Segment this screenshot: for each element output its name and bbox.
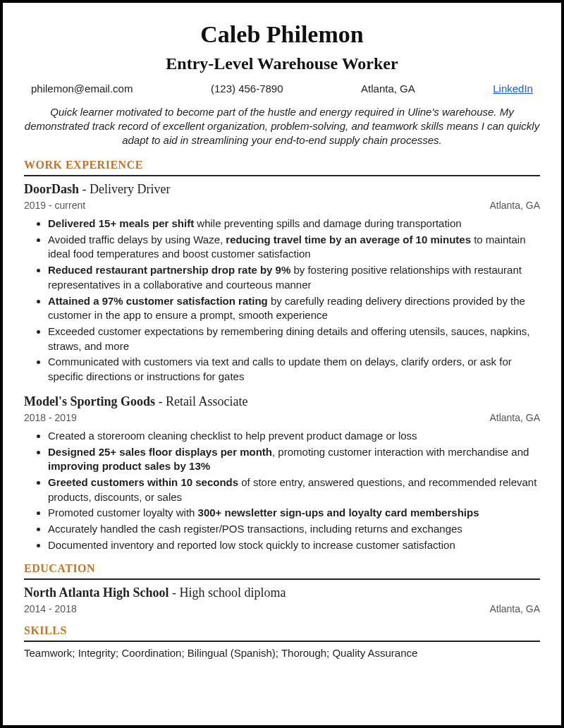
section-skills: SKILLS — [24, 623, 540, 642]
summary-text: Quick learner motivated to become part o… — [24, 105, 540, 148]
job-dates: 2018 - 2019 — [24, 411, 77, 425]
section-education: EDUCATION — [24, 561, 540, 580]
bullet-item: Attained a 97% customer satisfaction rat… — [48, 294, 540, 323]
bullet-item: Delivered 15+ meals per shift while prev… — [48, 217, 540, 231]
education-meta: 2014 - 2018 Atlanta, GA — [24, 602, 540, 616]
bullet-item: Created a storeroom cleaning checklist t… — [48, 429, 540, 444]
job-location: Atlanta, GA — [489, 411, 540, 425]
company-name: DoorDash — [24, 182, 79, 196]
job-meta: 2019 - currentAtlanta, GA — [24, 199, 540, 212]
education-line: North Atlanta High School - High school … — [24, 584, 540, 601]
location: Atlanta, GA — [361, 82, 415, 96]
bullet-list: Delivered 15+ meals per shift while prev… — [24, 217, 540, 384]
job-role: Delivery Driver — [90, 182, 170, 196]
skills-list: Teamwork; Integrity; Coordination; Bilin… — [24, 646, 540, 660]
bullet-item: Reduced restaurant partnership drop rate… — [48, 263, 540, 292]
job-location: Atlanta, GA — [489, 199, 540, 212]
bullet-item: Documented inventory and reported low st… — [48, 538, 540, 553]
resume-header: Caleb Philemon Entry-Level Warehouse Wor… — [24, 18, 540, 75]
bullet-item: Designed 25+ sales floor displays per mo… — [48, 445, 540, 474]
degree: High school diploma — [180, 586, 286, 600]
full-name: Caleb Philemon — [24, 18, 540, 51]
phone: (123) 456-7890 — [211, 82, 283, 96]
job-line: Model's Sporting Goods - Retail Associat… — [24, 393, 540, 410]
job-line: DoorDash - Delivery Driver — [24, 181, 540, 198]
education-location: Atlanta, GA — [489, 602, 540, 616]
bullet-item: Accurately handled the cash register/POS… — [48, 522, 540, 537]
contact-row: philemon@email.com (123) 456-7890 Atlant… — [31, 82, 533, 96]
company-name: Model's Sporting Goods — [24, 394, 155, 408]
bullet-list: Created a storeroom cleaning checklist t… — [24, 429, 540, 553]
bullet-item: Greeted customers within 10 seconds of s… — [48, 475, 540, 504]
job-title: Entry-Level Warehouse Worker — [24, 52, 540, 75]
education-dates: 2014 - 2018 — [24, 602, 77, 616]
bullet-item: Communicated with customers via text and… — [48, 355, 540, 384]
job-dates: 2019 - current — [24, 199, 85, 212]
section-work-experience: WORK EXPERIENCE — [24, 157, 540, 176]
school-name: North Atlanta High School — [24, 586, 169, 600]
bullet-item: Exceeded customer expectations by rememb… — [48, 324, 540, 353]
bullet-item: Avoided traffic delays by using Waze, re… — [48, 233, 540, 262]
job-meta: 2018 - 2019Atlanta, GA — [24, 411, 540, 425]
job-role: Retail Associate — [166, 394, 247, 408]
email: philemon@email.com — [31, 82, 133, 96]
linkedin-link[interactable]: LinkedIn — [493, 82, 533, 96]
bullet-item: Promoted customer loyalty with 300+ news… — [48, 506, 540, 521]
